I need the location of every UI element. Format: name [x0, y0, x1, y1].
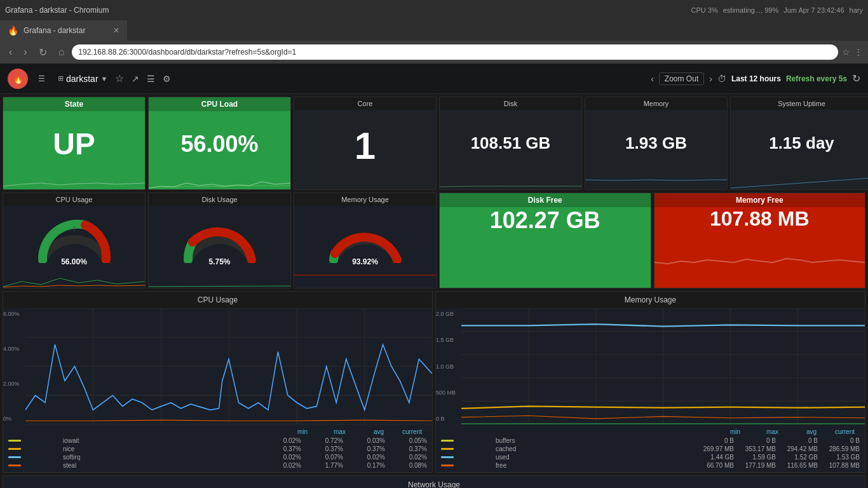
active-tab[interactable]: 🔥 Grafana - darkstar ✕ — [0, 20, 127, 41]
time-range[interactable]: Last 12 hours — [731, 74, 781, 83]
disk-usage-gauge-panel: Disk Usage 5.75% — [148, 193, 291, 288]
disk-usage-sparkline — [149, 269, 290, 288]
reload-button[interactable]: ↻ — [35, 45, 51, 60]
cpu-usage-sparkline — [3, 269, 145, 288]
home-button[interactable]: ⌂ — [55, 45, 69, 59]
cpu-usage-gauge-panel: CPU Usage 56.00% — [3, 193, 146, 288]
second-panels-row: CPU Usage 56.00% — [0, 193, 868, 291]
playlist-icon[interactable]: ☰ — [147, 74, 155, 84]
memory-legend-header: min max avg current — [441, 427, 860, 437]
menu-icon[interactable]: ⋮ — [854, 47, 863, 57]
cpu-gauge-svg — [33, 212, 116, 263]
memory-usage-chart-panel: Memory Usage 2.0 GB 1.5 GB 1.0 GB 500 MB… — [435, 291, 865, 473]
header-actions: ☆ ↗ ☰ ⚙ — [115, 72, 171, 85]
disk-free-panel-title: Disk Free — [440, 193, 651, 207]
used-color — [441, 456, 454, 458]
memory-panel-value: 1.93 GB — [585, 110, 727, 177]
memory-sparkline — [585, 177, 727, 189]
browser-toolbar: ‹ › ↻ ⌂ 192.168.88.26:3000/dashboard/db/… — [0, 41, 868, 64]
state-panel: State UP — [3, 97, 146, 190]
system-tray: CPU 3% estimating..., 99% Jum Apr 7 23:4… — [691, 6, 863, 14]
legend-nice: nice 0.37% 0.37% 0.37% 0.37% — [8, 445, 427, 453]
memory-legend: min max avg current buffers 0 B 0 B 0 B … — [436, 424, 865, 472]
top-panels-row: State UP CPU Load 56.00% Core 1 — [0, 94, 868, 193]
grid-icon: ⊞ — [58, 74, 64, 83]
memory-usage-value: 93.92% — [352, 257, 378, 266]
cpu-load-panel: CPU Load 56.00% — [148, 97, 291, 190]
disk-panel: Disk 108.51 GB — [439, 97, 582, 190]
cpu-chart-title: CPU Usage — [3, 292, 432, 308]
steal-color — [8, 464, 21, 466]
network-row: Network Usage — [3, 475, 865, 488]
cpu-load-sparkline — [149, 177, 290, 189]
bookmark-icon[interactable]: ☆ — [842, 47, 850, 57]
star-icon[interactable]: ☆ — [115, 72, 124, 85]
memory-free-panel: Memory Free 107.88 MB — [654, 193, 866, 288]
memory-usage-gauge-container: 93.92% — [294, 206, 436, 269]
memory-panel-title: Memory — [585, 97, 727, 110]
memory-chart-title: Memory Usage — [436, 292, 865, 308]
dashboard: State UP CPU Load 56.00% Core 1 — [0, 94, 868, 488]
grafana-logo[interactable]: 🔥 — [8, 69, 28, 89]
clock-icon: ⏱ — [717, 74, 726, 84]
dashboard-name[interactable]: darkstar — [66, 74, 98, 84]
memory-panel: Memory 1.93 GB — [585, 97, 728, 190]
url-bar[interactable]: 192.168.88.26:3000/dashboard/db/darkstar… — [72, 44, 838, 60]
cpu-y-axis: 6.00% 4.00% 2.00% 0% — [3, 308, 25, 424]
cpu-usage-gauge-container: 56.00% — [3, 206, 145, 269]
core-sparkline — [294, 182, 436, 189]
header-right: ‹ Zoom Out › ⏱ Last 12 hours Refresh eve… — [651, 72, 860, 85]
tab-favicon: 🔥 — [8, 25, 18, 36]
disk-sparkline — [440, 177, 581, 189]
tab-label: Grafana - darkstar — [24, 26, 85, 35]
cpu-chart-svg: 12:00 14:00 16:00 18:00 20:00 22:00 — [25, 308, 432, 424]
prev-zoom-icon[interactable]: ‹ — [651, 74, 654, 84]
uptime-panel-title: System Uptime — [731, 97, 868, 110]
legend-free: free 66.70 MB 177.19 MB 116.65 MB 107.88… — [441, 461, 860, 470]
cached-color — [441, 448, 454, 450]
cpu-usage-chart-panel: CPU Usage 6.00% 4.00% 2.00% 0% — [3, 291, 433, 473]
share-icon[interactable]: ↗ — [132, 74, 139, 84]
back-button[interactable]: ‹ — [5, 45, 16, 59]
settings-icon[interactable]: ⚙ — [163, 74, 171, 84]
refresh-icon[interactable]: ↻ — [852, 72, 860, 85]
legend-steal: steal 0.02% 1.77% 0.17% 0.08% — [8, 461, 427, 470]
legend-buffers: buffers 0 B 0 B 0 B 0 B — [441, 437, 860, 445]
refresh-rate[interactable]: Refresh every 5s — [786, 74, 847, 83]
state-sparkline — [3, 177, 145, 189]
zoom-out-button[interactable]: Zoom Out — [659, 72, 704, 85]
forward-button[interactable]: › — [20, 45, 31, 59]
memory-free-sparkline — [654, 250, 865, 288]
grafana-header: 🔥 ☰ ⊞ darkstar ▼ ☆ ↗ ☰ ⚙ ‹ Zoom Out › ⏱ … — [0, 64, 868, 94]
memory-y-axis: 2.0 GB 1.5 GB 1.0 GB 500 MB 0 B — [436, 308, 458, 424]
free-color — [441, 464, 454, 466]
memory-usage-gauge-panel: Memory Usage 93.92% — [294, 193, 437, 288]
legend-cached: cached 269.97 MB 353.17 MB 294.42 MB 286… — [441, 445, 860, 453]
legend-used: used 1.44 GB 1.59 GB 1.52 GB 1.53 GB — [441, 453, 860, 461]
dropdown-icon[interactable]: ▼ — [101, 75, 108, 83]
uptime-panel-value: 1.15 day — [731, 110, 868, 177]
next-zoom-icon[interactable]: › — [709, 74, 712, 84]
memory-chart-svg: 12:00 14:00 16:00 18:00 20:00 22:00 — [461, 308, 865, 424]
charts-row: CPU Usage 6.00% 4.00% 2.00% 0% — [0, 291, 868, 475]
hamburger-icon[interactable]: ☰ — [38, 74, 45, 83]
disk-usage-gauge-container: 5.75% — [149, 206, 290, 269]
disk-free-panel: Disk Free 102.27 GB — [439, 193, 651, 288]
core-panel-value: 1 — [294, 110, 436, 182]
tab-close-icon[interactable]: ✕ — [113, 26, 119, 35]
state-panel-value: UP — [3, 111, 145, 177]
logo-icon: 🔥 — [13, 74, 24, 84]
uptime-sparkline — [731, 177, 868, 189]
legend-softirq: softirq 0.02% 0.07% 0.02% 0.02% — [8, 453, 427, 461]
memory-usage-sparkline — [294, 269, 436, 288]
disk-panel-value: 108.51 GB — [440, 110, 581, 177]
browser-title: Grafana - darkstar - Chromium — [5, 6, 109, 15]
memory-gauge-svg — [324, 212, 407, 263]
core-panel: Core 1 — [294, 97, 437, 190]
iowait-color — [8, 440, 21, 442]
dashboard-title-group: ⊞ darkstar ▼ — [58, 74, 107, 84]
browser-tab-bar: 🔥 Grafana - darkstar ✕ — [0, 20, 868, 41]
disk-free-panel-value: 102.27 GB — [440, 207, 651, 234]
nice-color — [8, 448, 21, 450]
cpu-legend-header: min max avg current — [8, 427, 427, 437]
